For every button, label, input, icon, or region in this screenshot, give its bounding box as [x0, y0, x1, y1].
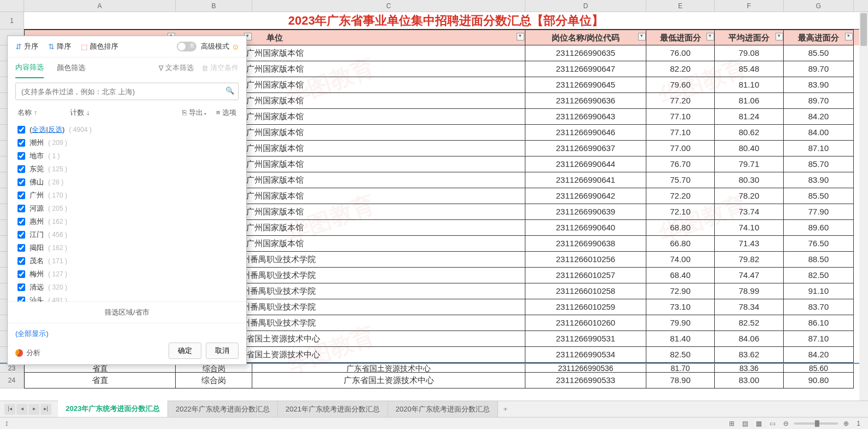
filter-dropdown-icon[interactable] — [776, 33, 783, 40]
cell-avg[interactable]: 81.10 — [715, 77, 784, 93]
cell-code[interactable]: 2311266990643 — [525, 109, 646, 125]
filter-checkbox[interactable] — [18, 205, 25, 212]
cell-code[interactable]: 2311266990640 — [525, 220, 646, 236]
cell-min[interactable]: 74.00 — [646, 252, 715, 268]
filter-item[interactable]: 江门( 456 ) — [18, 228, 236, 241]
filter-dropdown-icon[interactable] — [517, 33, 524, 40]
cell-b23[interactable]: 综合岗 — [176, 364, 252, 373]
cell-max[interactable]: 86.10 — [784, 315, 854, 331]
cell-max[interactable]: 87.10 — [784, 141, 854, 156]
cell-code[interactable]: 2311266990534 — [525, 347, 646, 363]
cell-avg[interactable]: 73.74 — [715, 204, 784, 220]
filter-item[interactable]: 茂名( 171 ) — [18, 254, 236, 268]
cell-c23[interactable]: 广东省国土资源技术中心 — [252, 364, 525, 373]
cell-code[interactable]: 2311266990531 — [525, 331, 646, 347]
cell-code[interactable]: 2311266990647 — [525, 61, 646, 77]
cell-avg[interactable]: 79.08 — [715, 45, 784, 61]
col-F[interactable]: F — [715, 0, 784, 11]
cell-min[interactable]: 72.20 — [646, 188, 715, 204]
select-all-checkbox[interactable] — [18, 126, 25, 134]
filter-item[interactable]: 汕头( 491 ) — [18, 294, 236, 302]
filter-checkbox[interactable] — [18, 257, 25, 265]
corner-cell[interactable] — [0, 0, 24, 11]
options-button[interactable]: ≡ 选项 — [216, 108, 236, 118]
filter-checkbox[interactable] — [18, 165, 25, 173]
col-C[interactable]: C — [252, 0, 525, 11]
filter-dropdown-icon[interactable] — [845, 33, 853, 40]
filter-item[interactable]: 清远( 320 ) — [18, 281, 236, 294]
cell-max[interactable]: 76.50 — [784, 236, 854, 252]
cell-max[interactable]: 88.50 — [784, 252, 854, 268]
cell-code[interactable]: 2311266990646 — [525, 125, 646, 141]
col-A[interactable]: A — [24, 0, 176, 11]
view-page-icon[interactable]: ▤ — [740, 420, 750, 427]
cell-code[interactable]: 2311266010260 — [525, 315, 646, 331]
vertical-scrollbar[interactable] — [859, 12, 868, 401]
cell-avg[interactable]: 84.06 — [715, 331, 784, 347]
zoom-level[interactable]: 1 — [854, 420, 863, 427]
cell-code[interactable]: 2311266990636 — [525, 93, 646, 109]
cell-min[interactable]: 72.90 — [646, 283, 715, 299]
cell-min[interactable]: 82.20 — [646, 61, 715, 77]
col-D[interactable]: D — [525, 0, 646, 11]
view-reading-icon[interactable]: ▭ — [767, 420, 778, 427]
cell-min[interactable]: 77.00 — [646, 141, 715, 156]
cell-min[interactable]: 81.40 — [646, 331, 715, 347]
cell-max[interactable]: 87.10 — [784, 331, 854, 347]
zoom-out-button[interactable]: ⊖ — [781, 420, 791, 427]
view-outline-icon[interactable]: ▦ — [754, 420, 764, 427]
cell-code[interactable]: 2311266010259 — [525, 299, 646, 315]
cell-max[interactable]: 89.70 — [784, 93, 854, 109]
color-sort-button[interactable]: ⬚颜色排序 — [81, 42, 118, 51]
filter-checkbox[interactable] — [18, 297, 25, 302]
cell-min[interactable]: 68.80 — [646, 220, 715, 236]
cell-avg[interactable]: 82.52 — [715, 315, 784, 331]
cell-avg[interactable]: 81.24 — [715, 109, 784, 125]
cell-min[interactable]: 73.10 — [646, 299, 715, 315]
cell-min[interactable]: 68.40 — [646, 268, 715, 283]
cell-code[interactable]: 2311266990638 — [525, 236, 646, 252]
col-B[interactable]: B — [176, 0, 252, 11]
sheet-tab-2020[interactable]: 2020年广东统考进面分数汇总 — [388, 401, 498, 418]
cell-min[interactable]: 66.80 — [646, 236, 715, 252]
filter-checkbox[interactable] — [18, 283, 25, 291]
row-23[interactable]: 23 — [0, 364, 24, 373]
cell-avg[interactable]: 74.10 — [715, 220, 784, 236]
cell-max[interactable]: 83.90 — [784, 172, 854, 188]
tab-content-filter[interactable]: 内容筛选 — [15, 57, 44, 78]
filter-item[interactable]: 地市( 1 ) — [18, 149, 236, 163]
zoom-in-button[interactable]: ⊕ — [841, 420, 851, 427]
cell-e24[interactable]: 78.90 — [646, 373, 715, 389]
name-column-header[interactable]: 名称 ↑ — [18, 108, 37, 118]
cell-avg[interactable]: 80.30 — [715, 172, 784, 188]
filter-checkbox[interactable] — [18, 152, 25, 160]
ok-button[interactable]: 确定 — [169, 343, 201, 359]
filter-item[interactable]: 东莞( 125 ) — [18, 163, 236, 176]
cell-avg[interactable]: 80.40 — [715, 141, 784, 156]
cell-c24[interactable]: 广东省国土资源技术中心 — [252, 373, 525, 389]
filter-dropdown-icon[interactable] — [707, 33, 714, 40]
filter-item[interactable]: 揭阳( 162 ) — [18, 241, 236, 254]
cell-a24[interactable]: 省直 — [24, 373, 176, 389]
cell-e23[interactable]: 81.70 — [646, 364, 715, 373]
filter-item[interactable]: 潮州( 209 ) — [18, 136, 236, 149]
cell-min[interactable]: 77.20 — [646, 93, 715, 109]
cell-avg[interactable]: 71.43 — [715, 236, 784, 252]
cell-code[interactable]: 2311266990641 — [525, 172, 646, 188]
cell-max[interactable]: 91.10 — [784, 283, 854, 299]
sort-desc-button[interactable]: ⇅降序 — [48, 42, 71, 51]
scroll-thumb[interactable] — [860, 13, 867, 46]
cell-max[interactable]: 85.70 — [784, 156, 854, 172]
filter-checkbox[interactable] — [18, 178, 25, 186]
cell-max[interactable]: 85.50 — [784, 45, 854, 61]
add-sheet-button[interactable]: + — [498, 402, 513, 416]
cell-code[interactable]: 2311266990644 — [525, 156, 646, 172]
cell-max[interactable]: 84.20 — [784, 109, 854, 125]
cell-max[interactable]: 83.90 — [784, 77, 854, 93]
cell-g24[interactable]: 90.80 — [784, 373, 854, 389]
cell-min[interactable]: 75.70 — [646, 172, 715, 188]
cell-min[interactable]: 76.70 — [646, 156, 715, 172]
filter-item[interactable]: 梅州( 127 ) — [18, 268, 236, 281]
col-E[interactable]: E — [646, 0, 715, 11]
cell-max[interactable]: 89.70 — [784, 61, 854, 77]
